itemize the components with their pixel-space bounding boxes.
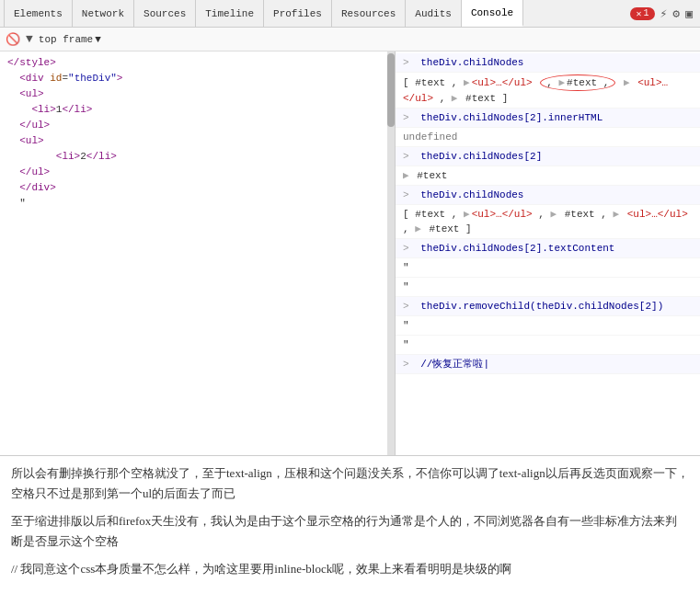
code-line: </div>: [0, 180, 395, 196]
console-cmd-text-1: theDiv.childNodes: [420, 57, 523, 68]
bottom-para-3: // 我同意这个css本身质量不怎么样，为啥这里要用inline-block呢，…: [11, 559, 689, 579]
main-area: </style> <div id="theDiv"> <ul> <li>1</l…: [0, 51, 700, 455]
frame-label: top frame: [39, 34, 93, 45]
console-command-3: theDiv.childNodes[2]: [396, 147, 700, 166]
console-result-1: [ #text , ▶<ul>…</ul> , ▶#text , ▶ <ul>……: [396, 73, 700, 109]
console-cmd-text-4: theDiv.childNodes: [420, 189, 523, 200]
toolbar-right: ✕ 1 ⚡ ⚙ ▣: [630, 6, 696, 21]
code-content[interactable]: </style> <div id="theDiv"> <ul> <li>1</l…: [0, 51, 395, 455]
tab-audits[interactable]: Audits: [406, 0, 462, 27]
console-command-5: theDiv.childNodes[2].textContent: [396, 239, 700, 258]
console-cmd-text-2: theDiv.childNodes[2].innerHTML: [420, 112, 602, 123]
console-result-5a: ": [396, 258, 700, 278]
code-line: </style>: [0, 55, 395, 71]
code-line: <li>1</li>: [0, 102, 395, 118]
error-count: 1: [644, 8, 649, 18]
console-cmd-text-7: //恢复正常啦|: [420, 359, 489, 370]
tab-resources[interactable]: Resources: [332, 0, 406, 27]
console-panel: theDiv.childNodes [ #text , ▶<ul>…</ul> …: [396, 51, 700, 455]
console-content[interactable]: theDiv.childNodes [ #text , ▶<ul>…</ul> …: [396, 51, 700, 455]
bottom-text-area: 所以会有删掉换行那个空格就没了，至于text-align，压根和这个问题没关系，…: [0, 455, 700, 594]
filter-icon[interactable]: ▼: [26, 32, 33, 46]
tab-sources[interactable]: Sources: [134, 0, 196, 27]
console-cmd-text-3: theDiv.childNodes[2]: [420, 151, 542, 162]
error-badge: ✕ 1: [630, 7, 654, 20]
console-result-2: undefined: [396, 128, 700, 147]
console-command-4: theDiv.childNodes: [396, 186, 700, 205]
tab-timeline[interactable]: Timeline: [196, 0, 264, 27]
code-line: </ul>: [0, 165, 395, 180]
console-command-7: //恢复正常啦|: [396, 355, 700, 374]
circle-annotation: , ▶#text ,: [540, 74, 615, 91]
console-result-4: [ #text , ▶<ul>…</ul> , ▶ #text , ▶ <ul>…: [396, 205, 700, 239]
settings-icon[interactable]: ⚙: [672, 6, 680, 21]
bottom-para-2: 至于缩进排版以后和firefox天生没有，我认为是由于这个显示空格的行为通常是个…: [11, 511, 689, 552]
console-command-2: theDiv.childNodes[2].innerHTML: [396, 109, 700, 128]
tab-console[interactable]: Console: [462, 0, 523, 27]
console-result-6a: ": [396, 316, 700, 336]
devtools-toolbar: Elements Network Sources Timeline Profil…: [0, 0, 700, 28]
console-cmd-text-5: theDiv.childNodes[2].textContent: [420, 243, 614, 254]
tab-network[interactable]: Network: [73, 0, 134, 27]
code-scrollbar[interactable]: [387, 51, 395, 455]
no-entry-icon[interactable]: 🚫: [6, 32, 20, 47]
frame-dropdown-icon: ▼: [95, 34, 101, 45]
frame-selector[interactable]: top frame ▼: [39, 34, 101, 45]
tab-elements[interactable]: Elements: [4, 0, 73, 27]
error-x-icon: ✕: [636, 8, 641, 19]
tab-profiles[interactable]: Profiles: [264, 0, 332, 27]
console-cmd-text-6: theDiv.removeChild(theDiv.childNodes[2]): [420, 301, 663, 312]
console-command-1: theDiv.childNodes: [396, 53, 700, 73]
console-result-6b: ": [396, 336, 700, 355]
code-line: <li>2</li>: [0, 149, 395, 165]
dock-icon[interactable]: ▣: [685, 6, 693, 21]
bottom-para-1: 所以会有删掉换行那个空格就没了，至于text-align，压根和这个问题没关系，…: [11, 463, 689, 504]
code-line: ": [0, 196, 395, 211]
console-result-3: ▶ #text: [396, 166, 700, 186]
code-line: <div id="theDiv">: [0, 71, 395, 86]
code-panel: </style> <div id="theDiv"> <ul> <li>1</l…: [0, 51, 396, 455]
secondary-toolbar: 🚫 ▼ top frame ▼: [0, 28, 700, 51]
code-scrollbar-thumb[interactable]: [387, 53, 395, 127]
code-line: <ul>: [0, 86, 395, 102]
execute-lines-icon[interactable]: ⚡: [660, 6, 668, 21]
code-line: </ul>: [0, 118, 395, 133]
code-line: <ul>: [0, 133, 395, 149]
console-result-5b: ": [396, 278, 700, 297]
console-command-6: theDiv.removeChild(theDiv.childNodes[2]): [396, 297, 700, 316]
